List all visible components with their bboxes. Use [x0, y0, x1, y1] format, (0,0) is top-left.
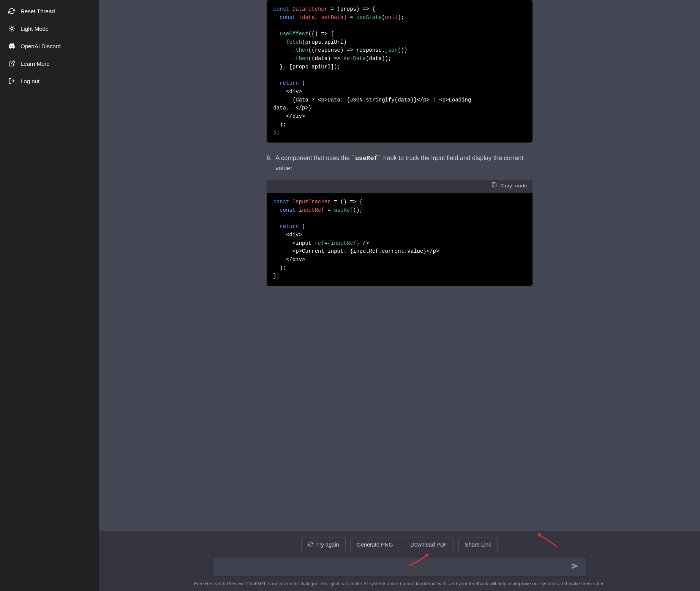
code-block-1: const DataFetcher = (props) => { const […: [267, 0, 533, 143]
list-item-6: 6. A component that uses the `useRef` ho…: [267, 153, 533, 173]
refresh-icon: [8, 8, 15, 14]
footer-buttons: Try again Generate PNG Download PDF Shar…: [106, 537, 693, 552]
disclaimer: Free Research Preview: ChatGPT is optimi…: [106, 581, 693, 588]
list-number: 6.: [267, 153, 272, 173]
discord-icon: [8, 43, 15, 49]
svg-line-9: [11, 61, 14, 64]
code-header: Copy code: [267, 180, 533, 193]
svg-line-8: [13, 27, 14, 27]
share-link-label: Share Link: [465, 542, 491, 548]
code-body-1: const DataFetcher = (props) => { const […: [267, 0, 533, 143]
code-block-2: Copy code const InputTracker = () => { c…: [267, 180, 533, 286]
copy-code-label: Copy code: [500, 182, 527, 190]
sidebar-item-learn-more[interactable]: Learn More: [3, 55, 96, 71]
sidebar-item-reset[interactable]: Reset Thread: [3, 3, 96, 19]
refresh-icon: [308, 541, 313, 548]
send-button[interactable]: [569, 560, 581, 574]
send-icon: [571, 566, 579, 571]
sidebar-item-label: OpenAI Discord: [21, 43, 61, 49]
logout-icon: [8, 78, 15, 84]
sidebar: Reset Thread Light Mode OpenAI Discord L…: [0, 0, 99, 591]
try-again-label: Try again: [316, 542, 339, 548]
svg-line-7: [10, 30, 10, 30]
download-pdf-label: Download PDF: [410, 542, 447, 548]
main: const DataFetcher = (props) => { const […: [99, 0, 700, 591]
external-link-icon: [8, 60, 15, 67]
clipboard-icon: [491, 182, 497, 191]
code-body-2: const InputTracker = () => { const input…: [267, 193, 533, 286]
footer: Try again Generate PNG Download PDF Shar…: [99, 531, 700, 591]
generate-png-button[interactable]: Generate PNG: [350, 537, 400, 552]
svg-line-3: [10, 27, 10, 27]
sun-icon: [8, 25, 15, 32]
sidebar-item-label: Reset Thread: [21, 8, 55, 14]
list-text: A component that uses the `useRef` hook …: [275, 153, 532, 173]
svg-point-0: [11, 27, 13, 30]
download-pdf-button[interactable]: Download PDF: [404, 537, 454, 552]
copy-code-button[interactable]: Copy code: [491, 182, 527, 191]
conversation-area[interactable]: const DataFetcher = (props) => { const […: [99, 0, 700, 531]
sidebar-item-logout[interactable]: Log out: [3, 73, 96, 89]
svg-rect-11: [493, 183, 496, 187]
sidebar-item-label: Log out: [21, 78, 40, 84]
input-wrap: [213, 558, 586, 576]
share-link-button[interactable]: Share Link: [458, 537, 498, 552]
inline-code-useref: `useRef`: [351, 155, 381, 162]
generate-png-label: Generate PNG: [357, 542, 393, 548]
sidebar-item-discord[interactable]: OpenAI Discord: [3, 38, 96, 54]
svg-line-4: [13, 30, 14, 30]
sidebar-item-light-mode[interactable]: Light Mode: [3, 21, 96, 36]
sidebar-item-label: Learn More: [21, 60, 50, 67]
sidebar-item-label: Light Mode: [21, 25, 49, 32]
chat-input[interactable]: [213, 558, 586, 576]
try-again-button[interactable]: Try again: [301, 537, 346, 552]
